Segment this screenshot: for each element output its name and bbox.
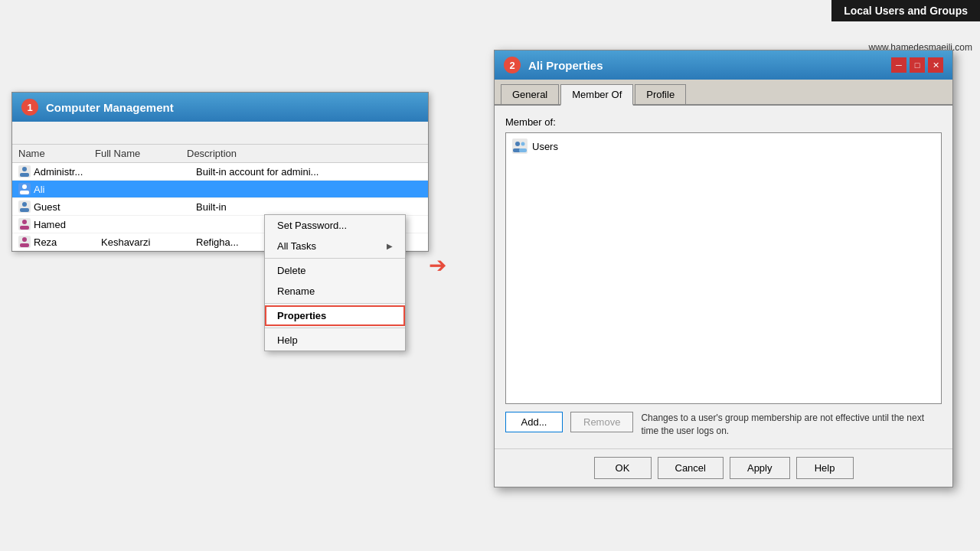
member-name: Users bbox=[532, 141, 558, 152]
user-name: Ali bbox=[34, 184, 98, 195]
apply-button[interactable]: Apply bbox=[730, 457, 790, 479]
dialog-controls: ─ □ ✕ bbox=[891, 57, 943, 73]
tab-profile-label: Profile bbox=[646, 89, 675, 100]
dialog-maximize-button[interactable]: □ bbox=[910, 57, 925, 73]
ctx-rename[interactable]: Rename bbox=[265, 281, 405, 302]
tab-profile[interactable]: Profile bbox=[635, 84, 686, 104]
svg-point-16 bbox=[515, 142, 520, 146]
member-of-label: Member of: bbox=[505, 116, 942, 128]
ctx-properties[interactable]: Properties bbox=[265, 305, 405, 326]
svg-rect-2 bbox=[20, 173, 29, 177]
ctx-delete-label: Delete bbox=[277, 265, 306, 276]
user-name: Hamed bbox=[34, 219, 98, 230]
svg-rect-8 bbox=[20, 208, 29, 212]
cm-toolbar bbox=[12, 122, 428, 145]
table-row[interactable]: Guest Built-in bbox=[12, 198, 428, 216]
col-description: Description bbox=[187, 148, 422, 159]
member-list: Users bbox=[505, 132, 942, 404]
list-item[interactable]: Users bbox=[509, 136, 938, 156]
svg-point-4 bbox=[22, 184, 27, 189]
ctx-properties-label: Properties bbox=[277, 310, 326, 321]
ctx-rename-label: Rename bbox=[277, 285, 315, 297]
ctx-separator bbox=[265, 328, 405, 328]
cm-titlebar: 1 Computer Management bbox=[12, 93, 428, 122]
dialog-tabs: General Member Of Profile bbox=[495, 80, 952, 106]
user-name: Reza bbox=[34, 236, 98, 248]
ctx-all-tasks[interactable]: All Tasks ▶ bbox=[265, 236, 405, 256]
dialog-close-button[interactable]: ✕ bbox=[928, 57, 943, 73]
user-icon bbox=[18, 183, 31, 195]
dialog-footer: OK Cancel Apply Help bbox=[495, 448, 952, 487]
ctx-separator bbox=[265, 303, 405, 304]
ctx-all-tasks-label: All Tasks bbox=[277, 240, 316, 252]
tab-general-label: General bbox=[512, 89, 547, 100]
ctx-separator bbox=[265, 258, 405, 259]
ctx-help[interactable]: Help bbox=[265, 330, 405, 350]
ctx-help-label: Help bbox=[277, 334, 298, 346]
help-button[interactable]: Help bbox=[796, 457, 854, 479]
cm-title: Computer Management bbox=[46, 101, 174, 114]
top-banner: Local Users and Groups bbox=[831, 0, 980, 21]
cm-table-header: Name Full Name Description bbox=[12, 145, 428, 163]
svg-point-7 bbox=[22, 202, 27, 207]
remove-button[interactable]: Remove bbox=[570, 412, 633, 432]
user-fullname: Keshavarzi bbox=[101, 236, 193, 248]
step-1-badge: 1 bbox=[21, 99, 38, 116]
tab-general[interactable]: General bbox=[501, 84, 559, 104]
step-2-badge: 2 bbox=[504, 57, 521, 73]
ctx-set-password[interactable]: Set Password... bbox=[265, 215, 405, 236]
cancel-button[interactable]: Cancel bbox=[658, 457, 724, 479]
col-fullname: Full Name bbox=[95, 148, 187, 159]
svg-point-10 bbox=[22, 220, 27, 224]
table-row[interactable]: Ali bbox=[12, 181, 428, 198]
svg-point-1 bbox=[22, 167, 27, 171]
user-icon bbox=[18, 165, 31, 178]
user-name: Guest bbox=[34, 201, 98, 213]
svg-rect-5 bbox=[20, 191, 29, 194]
dialog-minimize-button[interactable]: ─ bbox=[891, 57, 906, 73]
tab-member-of-label: Member Of bbox=[572, 89, 622, 100]
dialog-title-left: 2 Ali Properties bbox=[504, 57, 603, 73]
ctx-set-password-label: Set Password... bbox=[277, 220, 347, 231]
dialog-buttons-row: Add... Remove Changes to a user's group … bbox=[505, 412, 942, 438]
user-icon bbox=[18, 236, 31, 248]
user-desc: Built-in account for admini... bbox=[196, 166, 422, 178]
ctx-delete[interactable]: Delete bbox=[265, 260, 405, 281]
user-desc: Built-in bbox=[196, 201, 422, 213]
table-row[interactable]: Administr... Built-in account for admini… bbox=[12, 163, 428, 181]
dialog-content: Member of: Users Add... Remove Changes t… bbox=[495, 106, 952, 448]
user-icon bbox=[18, 201, 31, 213]
ok-button[interactable]: OK bbox=[594, 457, 652, 479]
top-banner-title: Local Users and Groups bbox=[844, 5, 968, 17]
svg-point-13 bbox=[22, 237, 27, 242]
right-arrow-icon: ➔ bbox=[429, 253, 446, 278]
user-icon bbox=[18, 218, 31, 230]
ali-properties-dialog: 2 Ali Properties ─ □ ✕ General Member Of… bbox=[494, 50, 953, 487]
tab-member-of[interactable]: Member Of bbox=[560, 84, 633, 106]
dialog-titlebar: 2 Ali Properties ─ □ ✕ bbox=[495, 51, 952, 80]
svg-rect-14 bbox=[20, 243, 29, 247]
dialog-title: Ali Properties bbox=[528, 59, 603, 72]
svg-rect-19 bbox=[519, 148, 527, 152]
svg-point-18 bbox=[521, 142, 525, 146]
membership-note: Changes to a user's group membership are… bbox=[641, 412, 942, 438]
svg-rect-11 bbox=[20, 226, 29, 230]
submenu-arrow-icon: ▶ bbox=[387, 242, 393, 250]
group-icon bbox=[512, 139, 528, 154]
user-name: Administr... bbox=[34, 166, 98, 178]
context-menu: Set Password... All Tasks ▶ Delete Renam… bbox=[264, 214, 406, 351]
col-name: Name bbox=[18, 148, 95, 159]
add-button[interactable]: Add... bbox=[505, 412, 563, 432]
